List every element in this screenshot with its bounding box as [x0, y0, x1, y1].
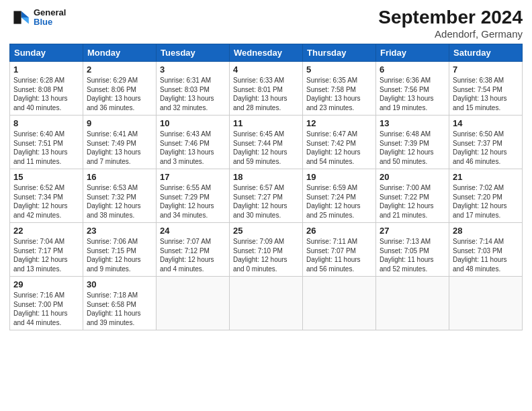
day-info: Sunrise: 6:52 AM Sunset: 7:34 PM Dayligh… — [13, 183, 79, 220]
calendar-week-row: 29Sunrise: 7:16 AM Sunset: 7:00 PM Dayli… — [10, 277, 523, 330]
day-info: Sunrise: 6:33 AM Sunset: 8:01 PM Dayligh… — [233, 76, 299, 112]
day-number: 22 — [13, 226, 79, 236]
calendar-week-row: 22Sunrise: 7:04 AM Sunset: 7:17 PM Dayli… — [10, 223, 523, 277]
day-number: 16 — [87, 172, 152, 182]
calendar-cell — [230, 277, 303, 330]
day-number: 5 — [306, 64, 372, 75]
day-info: Sunrise: 6:36 AM Sunset: 7:56 PM Dayligh… — [380, 76, 445, 112]
calendar-cell: 29Sunrise: 7:16 AM Sunset: 7:00 PM Dayli… — [10, 277, 83, 330]
day-number: 19 — [306, 172, 372, 182]
svg-marker-1 — [21, 17, 29, 24]
calendar-cell: 28Sunrise: 7:14 AM Sunset: 7:03 PM Dayli… — [449, 223, 523, 277]
day-info: Sunrise: 6:38 AM Sunset: 7:54 PM Dayligh… — [453, 76, 519, 112]
day-number: 4 — [233, 64, 299, 75]
col-header-wednesday: Wednesday — [230, 44, 303, 62]
title-block: September 2024 Adendorf, Germany — [378, 7, 523, 40]
svg-marker-0 — [21, 11, 29, 17]
calendar-cell: 16Sunrise: 6:53 AM Sunset: 7:32 PM Dayli… — [83, 169, 157, 223]
calendar-cell: 23Sunrise: 7:06 AM Sunset: 7:15 PM Dayli… — [83, 223, 157, 277]
calendar-cell: 20Sunrise: 7:00 AM Sunset: 7:22 PM Dayli… — [376, 169, 449, 223]
calendar-cell — [376, 277, 449, 330]
day-number: 8 — [13, 118, 79, 128]
calendar-cell: 11Sunrise: 6:45 AM Sunset: 7:44 PM Dayli… — [230, 116, 303, 169]
calendar-cell: 18Sunrise: 6:57 AM Sunset: 7:27 PM Dayli… — [230, 169, 303, 223]
day-number: 2 — [87, 64, 152, 75]
location: Adendorf, Germany — [378, 28, 523, 40]
calendar-cell: 22Sunrise: 7:04 AM Sunset: 7:17 PM Dayli… — [10, 223, 83, 277]
day-info: Sunrise: 6:45 AM Sunset: 7:44 PM Dayligh… — [233, 130, 299, 166]
day-info: Sunrise: 6:55 AM Sunset: 7:29 PM Dayligh… — [160, 183, 226, 220]
calendar-week-row: 8Sunrise: 6:40 AM Sunset: 7:51 PM Daylig… — [10, 116, 523, 169]
calendar-cell — [303, 277, 376, 330]
day-info: Sunrise: 7:07 AM Sunset: 7:12 PM Dayligh… — [160, 237, 226, 273]
calendar-table: SundayMondayTuesdayWednesdayThursdayFrid… — [9, 44, 523, 330]
day-info: Sunrise: 6:43 AM Sunset: 7:46 PM Dayligh… — [160, 130, 226, 166]
day-number: 9 — [87, 118, 152, 128]
calendar-cell — [157, 277, 230, 330]
day-number: 6 — [380, 64, 445, 75]
day-info: Sunrise: 7:14 AM Sunset: 7:03 PM Dayligh… — [453, 237, 519, 273]
day-info: Sunrise: 7:02 AM Sunset: 7:20 PM Dayligh… — [453, 183, 519, 220]
day-number: 1 — [13, 64, 79, 75]
day-info: Sunrise: 6:59 AM Sunset: 7:24 PM Dayligh… — [306, 183, 372, 220]
day-number: 3 — [160, 64, 226, 75]
calendar-cell: 21Sunrise: 7:02 AM Sunset: 7:20 PM Dayli… — [449, 169, 523, 223]
day-number: 20 — [380, 172, 445, 182]
calendar-cell: 4Sunrise: 6:33 AM Sunset: 8:01 PM Daylig… — [230, 62, 303, 116]
day-number: 30 — [87, 279, 152, 289]
calendar-header-row: SundayMondayTuesdayWednesdayThursdayFrid… — [10, 44, 523, 62]
calendar-cell: 19Sunrise: 6:59 AM Sunset: 7:24 PM Dayli… — [303, 169, 376, 223]
calendar-cell: 3Sunrise: 6:31 AM Sunset: 8:03 PM Daylig… — [157, 62, 230, 116]
col-header-tuesday: Tuesday — [157, 44, 230, 62]
page-container: General Blue September 2024 Adendorf, Ge… — [0, 0, 532, 336]
logo-text: General Blue — [34, 8, 66, 28]
calendar-cell: 12Sunrise: 6:47 AM Sunset: 7:42 PM Dayli… — [303, 116, 376, 169]
day-info: Sunrise: 6:50 AM Sunset: 7:37 PM Dayligh… — [453, 130, 519, 166]
day-number: 15 — [13, 172, 79, 182]
svg-marker-2 — [13, 11, 21, 24]
day-info: Sunrise: 6:53 AM Sunset: 7:32 PM Dayligh… — [87, 183, 152, 220]
calendar-week-row: 1Sunrise: 6:28 AM Sunset: 8:08 PM Daylig… — [10, 62, 523, 116]
calendar-cell: 17Sunrise: 6:55 AM Sunset: 7:29 PM Dayli… — [157, 169, 230, 223]
day-number: 21 — [453, 172, 519, 182]
day-number: 23 — [87, 226, 152, 236]
day-info: Sunrise: 7:13 AM Sunset: 7:05 PM Dayligh… — [380, 237, 445, 273]
calendar-cell: 15Sunrise: 6:52 AM Sunset: 7:34 PM Dayli… — [10, 169, 83, 223]
day-number: 13 — [380, 118, 445, 128]
calendar-cell: 24Sunrise: 7:07 AM Sunset: 7:12 PM Dayli… — [157, 223, 230, 277]
calendar-cell: 30Sunrise: 7:18 AM Sunset: 6:58 PM Dayli… — [83, 277, 157, 330]
calendar-cell: 13Sunrise: 6:48 AM Sunset: 7:39 PM Dayli… — [376, 116, 449, 169]
day-info: Sunrise: 7:00 AM Sunset: 7:22 PM Dayligh… — [380, 183, 445, 220]
col-header-thursday: Thursday — [303, 44, 376, 62]
day-number: 17 — [160, 172, 226, 182]
month-title: September 2024 — [378, 7, 523, 28]
calendar-cell: 10Sunrise: 6:43 AM Sunset: 7:46 PM Dayli… — [157, 116, 230, 169]
day-number: 27 — [380, 226, 445, 236]
calendar-cell: 8Sunrise: 6:40 AM Sunset: 7:51 PM Daylig… — [10, 116, 83, 169]
day-number: 18 — [233, 172, 299, 182]
day-info: Sunrise: 7:06 AM Sunset: 7:15 PM Dayligh… — [87, 237, 152, 273]
day-number: 14 — [453, 118, 519, 128]
calendar-cell — [449, 277, 523, 330]
calendar-cell: 27Sunrise: 7:13 AM Sunset: 7:05 PM Dayli… — [376, 223, 449, 277]
day-number: 11 — [233, 118, 299, 128]
logo-icon — [9, 7, 31, 28]
col-header-friday: Friday — [376, 44, 449, 62]
day-info: Sunrise: 6:29 AM Sunset: 8:06 PM Dayligh… — [87, 76, 152, 112]
day-info: Sunrise: 7:16 AM Sunset: 7:00 PM Dayligh… — [13, 291, 79, 327]
day-info: Sunrise: 6:41 AM Sunset: 7:49 PM Dayligh… — [87, 130, 152, 166]
calendar-week-row: 15Sunrise: 6:52 AM Sunset: 7:34 PM Dayli… — [10, 169, 523, 223]
header: General Blue September 2024 Adendorf, Ge… — [9, 7, 523, 40]
day-number: 28 — [453, 226, 519, 236]
day-info: Sunrise: 6:40 AM Sunset: 7:51 PM Dayligh… — [13, 130, 79, 166]
day-number: 26 — [306, 226, 372, 236]
day-info: Sunrise: 7:09 AM Sunset: 7:10 PM Dayligh… — [233, 237, 299, 273]
day-info: Sunrise: 6:47 AM Sunset: 7:42 PM Dayligh… — [306, 130, 372, 166]
day-info: Sunrise: 6:31 AM Sunset: 8:03 PM Dayligh… — [160, 76, 226, 112]
calendar-cell: 7Sunrise: 6:38 AM Sunset: 7:54 PM Daylig… — [449, 62, 523, 116]
day-number: 12 — [306, 118, 372, 128]
day-number: 7 — [453, 64, 519, 75]
calendar-cell: 6Sunrise: 6:36 AM Sunset: 7:56 PM Daylig… — [376, 62, 449, 116]
day-info: Sunrise: 6:35 AM Sunset: 7:58 PM Dayligh… — [306, 76, 372, 112]
day-info: Sunrise: 6:28 AM Sunset: 8:08 PM Dayligh… — [13, 76, 79, 112]
